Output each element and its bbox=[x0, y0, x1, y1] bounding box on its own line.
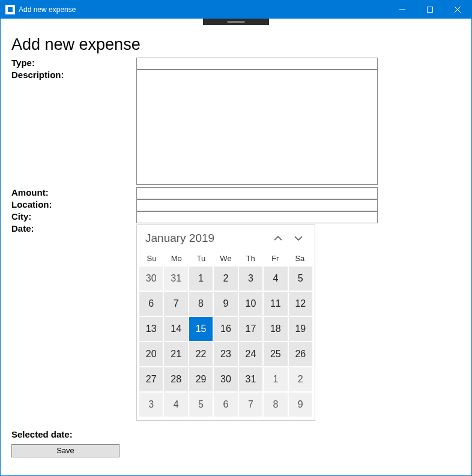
calendar-day[interactable]: 30 bbox=[139, 267, 163, 291]
calendar-day[interactable]: 8 bbox=[264, 393, 287, 417]
city-input[interactable] bbox=[136, 211, 378, 223]
calendar-day[interactable]: 17 bbox=[239, 317, 262, 341]
calendar-day[interactable]: 11 bbox=[264, 292, 287, 316]
calendar-next-button[interactable] bbox=[288, 230, 309, 247]
city-label: City: bbox=[11, 211, 132, 223]
date-label: Date: bbox=[11, 223, 132, 421]
calendar-dow: Su bbox=[139, 253, 164, 264]
calendar-day[interactable]: 3 bbox=[139, 393, 163, 417]
calendar-day[interactable]: 6 bbox=[139, 292, 163, 316]
chevron-up-icon bbox=[273, 235, 283, 242]
calendar-day[interactable]: 7 bbox=[239, 393, 262, 417]
calendar-header: January 2019 bbox=[137, 225, 315, 249]
location-input[interactable] bbox=[136, 199, 378, 211]
calendar-day[interactable]: 12 bbox=[289, 292, 312, 316]
calendar-dow: Sa bbox=[288, 253, 312, 264]
amount-label: Amount: bbox=[11, 187, 132, 199]
calendar-day[interactable]: 14 bbox=[164, 317, 187, 341]
calendar-day[interactable]: 22 bbox=[189, 342, 213, 366]
calendar-dow: Th bbox=[238, 253, 263, 264]
selected-date-label: Selected date: bbox=[11, 429, 461, 439]
calendar-day[interactable]: 27 bbox=[139, 367, 163, 391]
expense-form: Type: Description: Amount: Location: Cit… bbox=[11, 58, 461, 421]
calendar-day[interactable]: 13 bbox=[139, 317, 163, 341]
calendar-day[interactable]: 23 bbox=[214, 342, 237, 366]
save-button[interactable]: Save bbox=[11, 444, 120, 457]
calendar-day[interactable]: 25 bbox=[264, 342, 287, 366]
calendar-dow: Tu bbox=[189, 253, 213, 264]
calendar-day[interactable]: 3 bbox=[239, 267, 262, 291]
calendar-month-year[interactable]: January 2019 bbox=[145, 232, 268, 245]
calendar-day[interactable]: 9 bbox=[214, 292, 237, 316]
calendar-dow-row: SuMoTuWeThFrSa bbox=[137, 249, 315, 267]
calendar-day[interactable]: 5 bbox=[289, 267, 312, 291]
close-button[interactable] bbox=[444, 1, 471, 19]
window-titlebar: Add new expense bbox=[1, 1, 471, 19]
page-title: Add new expense bbox=[11, 35, 461, 54]
calendar-days-grid: 3031123456789101112131415161718192021222… bbox=[137, 267, 315, 420]
calendar-dow: Mo bbox=[164, 253, 189, 264]
date-calendar: January 2019 SuMoTuWeThFrSa 303112345678… bbox=[136, 224, 315, 421]
location-label: Location: bbox=[11, 199, 132, 211]
app-icon bbox=[5, 5, 15, 14]
minimize-button[interactable] bbox=[389, 1, 416, 19]
calendar-day[interactable]: 9 bbox=[289, 393, 312, 417]
drag-handle[interactable] bbox=[203, 19, 269, 25]
maximize-icon bbox=[427, 7, 433, 13]
calendar-day[interactable]: 18 bbox=[264, 317, 287, 341]
description-label: Description: bbox=[11, 70, 132, 187]
calendar-day[interactable]: 19 bbox=[289, 317, 312, 341]
calendar-day[interactable]: 31 bbox=[164, 267, 187, 291]
calendar-dow: We bbox=[213, 253, 238, 264]
calendar-day[interactable]: 16 bbox=[214, 317, 237, 341]
chevron-down-icon bbox=[294, 235, 303, 242]
amount-input[interactable] bbox=[136, 187, 378, 199]
calendar-day[interactable]: 20 bbox=[139, 342, 163, 366]
calendar-day[interactable]: 26 bbox=[289, 342, 312, 366]
calendar-day[interactable]: 8 bbox=[189, 292, 213, 316]
content-area: Add new expense Type: Description: Amoun… bbox=[1, 19, 471, 475]
calendar-day[interactable]: 21 bbox=[164, 342, 187, 366]
window-title: Add new expense bbox=[19, 5, 76, 14]
calendar-day[interactable]: 2 bbox=[289, 367, 312, 391]
minimize-icon bbox=[399, 7, 405, 13]
calendar-day[interactable]: 6 bbox=[214, 393, 237, 417]
type-input[interactable] bbox=[136, 58, 378, 70]
maximize-button[interactable] bbox=[416, 1, 444, 19]
calendar-day[interactable]: 29 bbox=[189, 367, 213, 391]
calendar-day[interactable]: 7 bbox=[164, 292, 187, 316]
calendar-prev-button[interactable] bbox=[268, 230, 288, 247]
calendar-day[interactable]: 2 bbox=[214, 267, 237, 291]
calendar-day[interactable]: 4 bbox=[264, 267, 287, 291]
calendar-day[interactable]: 28 bbox=[164, 367, 187, 391]
calendar-day[interactable]: 4 bbox=[164, 393, 187, 417]
close-icon bbox=[455, 7, 461, 13]
description-input[interactable] bbox=[136, 70, 378, 185]
calendar-day[interactable]: 30 bbox=[214, 367, 237, 391]
svg-rect-1 bbox=[428, 7, 433, 13]
calendar-day[interactable]: 1 bbox=[189, 267, 213, 291]
calendar-day[interactable]: 5 bbox=[189, 393, 213, 417]
calendar-day[interactable]: 15 bbox=[189, 317, 213, 341]
calendar-dow: Fr bbox=[263, 253, 288, 264]
calendar-day[interactable]: 31 bbox=[239, 367, 262, 391]
type-label: Type: bbox=[11, 58, 132, 70]
calendar-day[interactable]: 24 bbox=[239, 342, 262, 366]
calendar-day[interactable]: 10 bbox=[239, 292, 262, 316]
calendar-day[interactable]: 1 bbox=[264, 367, 287, 391]
